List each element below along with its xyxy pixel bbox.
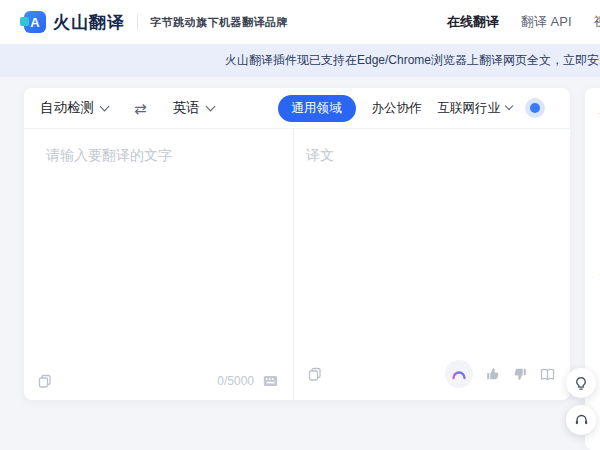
source-language-select[interactable]: 自动检测: [40, 99, 108, 117]
top-nav: 在线翻译 翻译 API 视频: [447, 0, 600, 44]
nav-video[interactable]: 视频: [594, 13, 600, 31]
source-toolbar: 0/5000: [38, 374, 278, 388]
thumbs-down-icon[interactable]: [513, 367, 527, 381]
promo-banner[interactable]: 火山翻译插件现已支持在Edge/Chrome浏览器上翻译网页全文，立即安装体验吧: [0, 44, 600, 77]
paste-icon[interactable]: [38, 374, 52, 388]
source-toolbar-right: 0/5000: [217, 374, 278, 388]
logo[interactable]: A 火山翻译 字节跳动旗下机器翻译品牌: [24, 11, 288, 34]
nav-online-translate[interactable]: 在线翻译: [447, 13, 499, 31]
translator-card: 自动检测 ⇄ 英语 通用领域 办公协作 互联网行业 请输入要翻译的文字: [24, 88, 570, 400]
brand-tagline: 字节跳动旗下机器翻译品牌: [150, 15, 288, 30]
feature-beacon-dot[interactable]: [530, 103, 540, 113]
target-language-select[interactable]: 英语: [173, 99, 214, 117]
tab-general-domain[interactable]: 通用领域: [278, 95, 356, 122]
tab-office-collab-label: 办公协作: [372, 100, 422, 117]
domain-tabs: 通用领域 办公协作 互联网行业: [278, 95, 555, 122]
logo-text: 火山翻译: [53, 11, 125, 34]
chevron-down-icon: [505, 102, 513, 110]
headset-icon: [574, 413, 589, 427]
source-textarea-placeholder[interactable]: 请输入要翻译的文字: [46, 147, 172, 165]
feedback-lightbulb-button[interactable]: [566, 368, 596, 398]
tab-internet-industry[interactable]: 互联网行业: [438, 100, 513, 117]
output-placeholder: 译文: [306, 147, 334, 165]
lightbulb-icon: [574, 376, 588, 391]
chevron-down-icon: [100, 101, 110, 111]
tab-office-collab[interactable]: 办公协作: [372, 100, 422, 117]
language-bar: 自动检测 ⇄ 英语 通用领域 办公协作 互联网行业: [24, 88, 570, 129]
divider: [137, 14, 138, 30]
output-pane: 译文: [294, 129, 570, 400]
copy-result-icon[interactable]: [308, 367, 322, 381]
keyboard-icon[interactable]: [263, 375, 278, 387]
thumbs-up-icon[interactable]: [486, 367, 500, 381]
top-header: A 火山翻译 字节跳动旗下机器翻译品牌 在线翻译 翻译 API 视频: [0, 0, 600, 44]
swap-languages-icon[interactable]: ⇄: [134, 101, 147, 116]
ai-polish-icon[interactable]: [445, 360, 473, 388]
output-actions: [445, 360, 555, 388]
dictionary-book-icon[interactable]: [540, 368, 555, 381]
chevron-down-icon: [205, 101, 215, 111]
source-language-label: 自动检测: [40, 99, 94, 117]
output-toolbar: [308, 360, 555, 388]
volcano-logo-icon: A: [24, 11, 46, 33]
translator-panes: 请输入要翻译的文字 0/5000 译文: [24, 129, 570, 400]
nav-translate-api[interactable]: 翻译 API: [521, 13, 572, 31]
target-language-label: 英语: [173, 99, 200, 117]
promo-banner-text: 火山翻译插件现已支持在Edge/Chrome浏览器上翻译网页全文，立即安装体验吧: [225, 44, 600, 77]
char-counter: 0/5000: [217, 374, 254, 388]
customer-service-button[interactable]: [566, 405, 596, 435]
tab-internet-industry-label: 互联网行业: [438, 100, 501, 117]
source-pane[interactable]: 请输入要翻译的文字 0/5000: [24, 129, 294, 400]
